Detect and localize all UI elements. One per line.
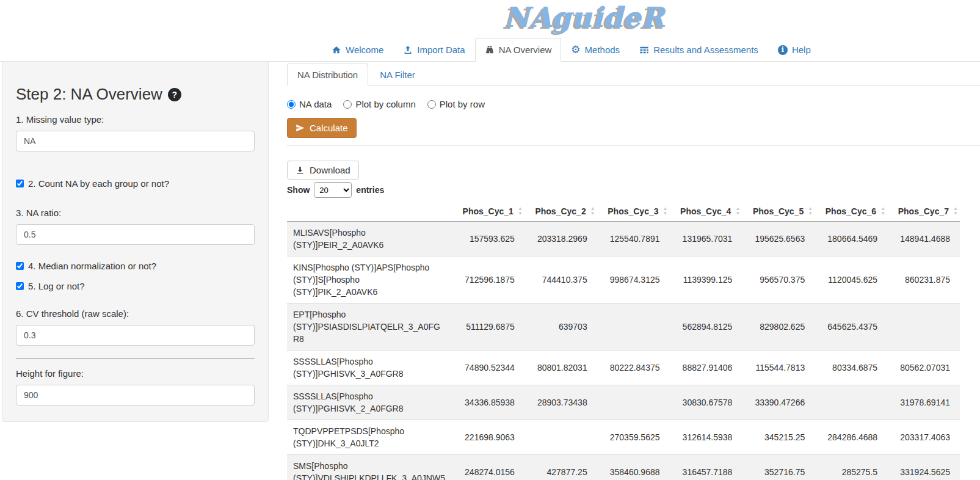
feature-name-cell: SMS[Phospho (STY)]VDLSHIPLKDPLLFK_3_A0JN… [287, 455, 452, 480]
main-panel: NA Distribution NA Filter NA data Plot b… [287, 62, 980, 480]
sidebar-title-text: Step 2: NA Overview [16, 85, 162, 104]
cv-threshold-input[interactable] [16, 325, 255, 346]
column-header-phos-cyc-6[interactable]: Phos_Cyc_6▲▼ [815, 202, 887, 222]
calculate-button[interactable]: Calculate [287, 118, 357, 138]
nav-tab-results-and-assessments[interactable]: Results and Assessments [630, 38, 768, 62]
value-cell: 744410.375 [524, 256, 597, 304]
nav-tab-welcome[interactable]: Welcome [322, 38, 393, 62]
feature-name-cell: TQDPVPPETPSDS[Phospho (STY)]DHK_3_A0JLT2 [287, 420, 452, 455]
value-cell: 33390.47266 [742, 385, 815, 420]
value-cell: 34336.85938 [452, 385, 524, 420]
median-normalization-checkbox[interactable] [16, 262, 24, 270]
value-cell: 248274.0156 [452, 455, 524, 480]
table-icon [639, 45, 649, 55]
main-navbar: Welcome Import Data NA Overview ⚙ Method… [0, 36, 980, 62]
value-cell: 956570.375 [742, 256, 815, 304]
log-checkbox[interactable] [16, 282, 24, 290]
median-normalization-checkbox-row: 4. Median normalization or not? [16, 261, 255, 271]
table-header: Phos_Cyc_1▲▼ Phos_Cyc_2▲▼ Phos_Cyc_3▲▼ P… [287, 202, 960, 222]
radio-na-data-label[interactable]: NA data [299, 99, 332, 109]
value-cell: 270359.5625 [597, 420, 670, 455]
value-cell: 157593.625 [452, 222, 524, 256]
count-na-label: 2. Count NA by each group or not? [28, 178, 169, 189]
entries-select[interactable]: 20 [314, 182, 352, 198]
value-cell: 860231.875 [887, 256, 960, 304]
value-cell [524, 420, 597, 455]
cv-threshold-label: 6. CV threshold (raw scale): [16, 308, 255, 319]
value-cell: 80801.82031 [524, 351, 597, 385]
sidebar-panel: Step 2: NA Overview ? 1. Missing value t… [2, 61, 269, 422]
value-cell: 712596.1875 [452, 256, 524, 304]
sort-icon: ▲▼ [880, 206, 885, 216]
value-cell: 358460.9688 [597, 455, 670, 480]
table-row: EPT[Phospho (STY)]PSIASDISLPIATQELR_3_A0… [287, 304, 960, 351]
value-cell: 80562.07031 [887, 351, 960, 385]
gears-icon: ⚙ [571, 45, 580, 55]
value-cell: 203317.4063 [887, 420, 960, 455]
value-cell: 28903.73438 [524, 385, 597, 420]
count-na-checkbox[interactable] [16, 180, 24, 187]
column-header-phos-cyc-5[interactable]: Phos_Cyc_5▲▼ [742, 202, 815, 222]
tab-na-distribution[interactable]: NA Distribution [287, 64, 368, 86]
value-cell: 345215.25 [742, 420, 815, 455]
column-header-phos-cyc-7[interactable]: Phos_Cyc_7▲▼ [887, 202, 960, 222]
radio-na-data[interactable] [287, 100, 296, 109]
value-cell: 316457.7188 [670, 455, 742, 480]
nav-label: Help [792, 45, 811, 55]
tab-na-filter[interactable]: NA Filter [369, 64, 426, 86]
table-body: MLISAVS[Phospho (STY)]PEIR_2_A0AVK615759… [287, 222, 960, 480]
home-icon [332, 45, 341, 55]
value-cell: 30830.67578 [670, 385, 742, 420]
radio-plot-by-column[interactable] [343, 100, 352, 109]
table-row: MLISAVS[Phospho (STY)]PEIR_2_A0AVK615759… [287, 222, 960, 256]
value-cell: 312614.5938 [670, 420, 742, 455]
download-button[interactable]: Download [287, 161, 359, 180]
count-na-checkbox-row: 2. Count NA by each group or not? [16, 178, 255, 189]
column-header-label: Phos_Cyc_2 [535, 206, 586, 216]
feature-column-header [287, 202, 452, 222]
table-row: SSSSLLAS[Phospho (STY)]PGHISVK_3_A0FGR87… [287, 351, 960, 385]
column-header-phos-cyc-4[interactable]: Phos_Cyc_4▲▼ [670, 202, 742, 222]
nav-label: Import Data [417, 45, 465, 55]
sort-icon: ▲▼ [808, 206, 813, 216]
missing-value-type-input[interactable] [16, 131, 255, 151]
nav-tab-help[interactable]: i Help [768, 38, 821, 62]
entries-length-control: Show 20 entries [287, 182, 980, 198]
log-checkbox-row: 5. Log or not? [16, 281, 255, 291]
sort-icon: ▲▼ [953, 206, 958, 216]
nav-tab-methods[interactable]: ⚙ Methods [561, 38, 630, 62]
na-ratio-label: 3. NA ratio: [16, 208, 255, 218]
nav-label: Welcome [346, 45, 383, 55]
value-cell: 80334.6875 [815, 351, 887, 385]
value-cell [815, 385, 887, 420]
value-cell: 221698.9063 [452, 420, 524, 455]
missing-value-type-label: 1. Missing value type: [16, 114, 255, 125]
value-cell: 131965.7031 [670, 222, 742, 256]
column-header-label: Phos_Cyc_7 [898, 206, 949, 216]
na-ratio-input[interactable] [16, 224, 255, 245]
value-cell: 639703 [524, 304, 597, 351]
sort-icon: ▲▼ [663, 206, 668, 216]
column-header-phos-cyc-2[interactable]: Phos_Cyc_2▲▼ [524, 202, 597, 222]
value-cell: 180664.5469 [815, 222, 887, 256]
nav-tab-import-data[interactable]: Import Data [393, 38, 474, 62]
table-row: SSSSLLAS[Phospho (STY)]PGHISVK_2_A0FGR83… [287, 385, 960, 420]
value-cell: 203318.2969 [524, 222, 597, 256]
value-cell: 427877.25 [524, 455, 597, 480]
radio-plot-by-row-label[interactable]: Plot by row [440, 99, 485, 109]
sort-icon: ▲▼ [735, 206, 740, 216]
value-cell: 148941.4688 [887, 222, 960, 256]
column-header-phos-cyc-1[interactable]: Phos_Cyc_1▲▼ [452, 202, 524, 222]
radio-plot-by-column-label[interactable]: Plot by column [355, 99, 415, 109]
column-header-phos-cyc-3[interactable]: Phos_Cyc_3▲▼ [597, 202, 670, 222]
nav-tab-na-overview[interactable]: NA Overview [475, 38, 562, 62]
value-cell: 1120045.625 [815, 256, 887, 304]
value-cell: 285275.5 [815, 455, 887, 480]
column-header-label: Phos_Cyc_3 [608, 206, 658, 216]
radio-plot-by-row[interactable] [427, 100, 436, 109]
question-circle-icon[interactable]: ? [168, 88, 181, 101]
value-cell: 511129.6875 [452, 304, 524, 351]
value-cell: 645625.4375 [815, 304, 887, 351]
value-cell: 562894.8125 [670, 304, 742, 351]
figure-height-input[interactable] [16, 385, 255, 405]
